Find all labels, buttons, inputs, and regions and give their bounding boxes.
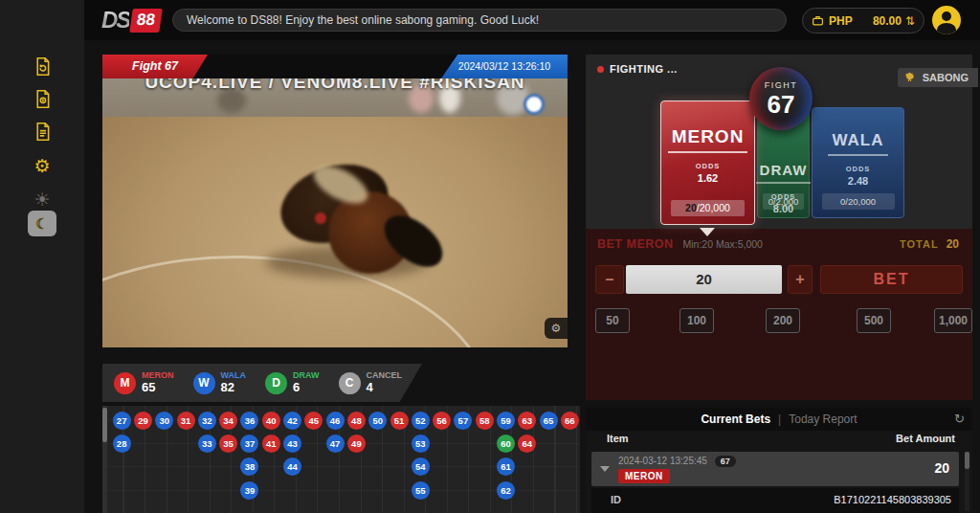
meron-circle-icon: M [114,372,136,394]
bet-id-value: B1710221145803839305 [834,494,951,505]
avatar-body-shape [937,23,956,34]
video-settings-tab[interactable]: ⚙ [545,318,568,339]
result-circle: 38 [240,457,258,476]
result-circle: 39 [240,481,258,500]
bet-side-badge: MERON [618,469,670,483]
result-circle: 34 [219,412,237,430]
bet-limits: Min:20 Max:5,000 [683,238,763,250]
balance-refresh-icon[interactable]: ⇅ [905,14,915,28]
status-dot-icon [597,66,604,73]
bet-amount-input[interactable]: 20 [626,265,782,294]
current-bets-panel: Current Bets | Today Report ↻ Item Bet A… [586,408,972,513]
odds-label: ODDS [846,165,871,173]
meron-odds: 1.62 [698,172,718,184]
increase-bet-button[interactable]: + [788,265,813,294]
stat-count: 4 [367,381,403,394]
selected-card-pointer [700,228,715,236]
bet-side-label: BET MERON [597,237,674,251]
moon-icon: ☾ [35,215,48,233]
bet-fight-number-badge: 67 [715,456,736,467]
light-mode-icon[interactable]: ☀ [31,188,54,211]
result-circle: 48 [347,412,366,430]
rules-icon[interactable] [31,120,54,143]
draw-pool: 0/2,000 [763,193,803,210]
draw-title: DRAW [756,162,812,184]
meron-card[interactable]: MERON ODDS 1.62 20/20,000 [660,100,755,225]
chip-1000[interactable]: 1,000 [934,308,972,333]
result-circle: 55 [412,481,430,500]
fight-number: 67 [768,92,795,117]
ds88-logo[interactable]: DS 88 [101,7,161,33]
result-circle: 56 [433,412,451,430]
chip-500[interactable]: 500 [857,308,891,333]
topbar: DS 88 Welcome to DS88! Enjoy the best on… [84,0,980,40]
bet-info-bar: BET MERON Min:20 Max:5,000 TOTAL 20 [597,235,959,253]
wala-card[interactable]: WALA ODDS 2.48 0/20,000 [812,107,904,218]
results-history-grid: 2728293031323334353637383940414243444546… [102,406,580,513]
stat-draw: D DRAW 6 [265,371,320,394]
result-circle: 51 [390,412,409,430]
fight-status: FIGHTING ... [597,63,678,75]
chip-100[interactable]: 100 [679,308,714,333]
welcome-banner: Welcome to DS88! Enjoy the best online s… [172,9,787,32]
wala-odds: 2.48 [848,175,868,187]
logo-ds-text: DS [101,7,129,33]
wallet-pill[interactable]: PHP 80.00 ⇅ [802,8,924,33]
bets-refresh-icon[interactable]: ↻ [954,412,965,426]
bet-button[interactable]: BET [820,265,963,294]
result-circle: 28 [113,435,131,453]
result-circle: 52 [412,412,430,430]
decrease-bet-button[interactable]: – [595,265,624,294]
chevron-down-icon[interactable] [600,466,610,472]
video-header-bar: Fight 67 2024/03/12 13:26:10 [102,55,568,78]
column-item: Item [607,433,629,444]
meron-pool: 20/20,000 [671,200,746,216]
result-circle: 66 [561,412,579,430]
result-circle: 44 [283,457,301,476]
bet-records-icon[interactable] [31,55,54,78]
results-grid: 2728293031323334353637383940414243444546… [111,409,580,502]
stat-wala: W WALA 82 [193,371,247,394]
result-circle: 32 [198,412,216,430]
bets-scrollbar[interactable] [965,452,969,511]
profile-avatar[interactable] [932,6,961,34]
bet-time: 2024-03-12 13:25:45 67 [618,456,736,467]
result-circle: 33 [198,435,216,453]
chip-200[interactable]: 200 [766,308,800,333]
total-label: TOTAL [900,238,939,250]
rooster-comb [315,212,326,224]
chip-50[interactable]: 50 [595,308,630,333]
tab-today-report[interactable]: Today Report [789,413,857,426]
wala-title: WALA [828,131,887,156]
stat-count: 82 [221,381,247,394]
fight-panel: FIGHTING ... SABONG MERON ODDS 1.62 20/2… [586,55,972,400]
transactions-icon[interactable] [31,87,54,110]
stat-count: 6 [293,381,320,394]
bets-header: Current Bets | Today Report ↻ [586,408,972,431]
history-stats-bar: M MERON 65 W WALA 82 D DRAW 6 C CANCEL [102,364,422,402]
live-video-player[interactable]: Fight 67 2024/03/12 13:26:10 UCOP4.LIVE … [102,55,568,347]
stat-cancel: C CANCEL 4 [339,371,403,394]
tab-current-bets[interactable]: Current Bets [701,413,770,426]
rooster-icon [904,71,918,84]
result-circle: 60 [497,435,515,453]
meron-title: MERON [668,126,748,153]
grid-scrollbar[interactable] [102,406,107,513]
bet-row[interactable]: 2024-03-12 13:25:45 67 MERON 20 [591,452,959,486]
result-circle: 57 [454,412,472,430]
result-circle: 53 [412,435,430,453]
fight-word: FIGHT [765,80,798,90]
sabong-label: SABONG [923,72,969,83]
dark-mode-toggle[interactable]: ☾ [28,211,56,236]
settings-gear-icon[interactable]: ⚙ [31,154,54,177]
column-bet-amount: Bet Amount [896,433,955,444]
total-value: 20 [947,237,959,251]
sidebar: ⚙ ☀ ☾ [0,0,84,513]
result-circle: 40 [262,412,280,430]
result-circle: 49 [347,435,366,453]
avatar-head-shape [942,11,951,21]
result-circle: 31 [177,412,195,430]
result-circle: 30 [155,412,173,430]
result-circle: 41 [262,435,280,453]
result-circle: 45 [304,412,323,430]
